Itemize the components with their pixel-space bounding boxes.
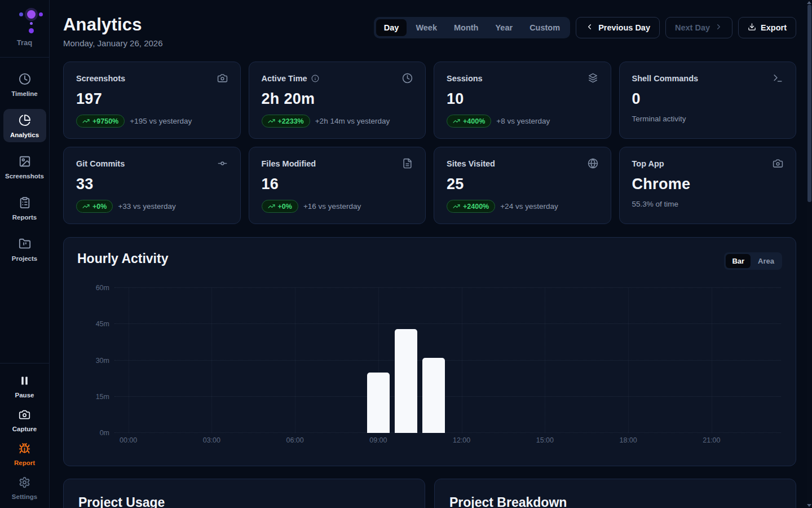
hourly-bar-chart bbox=[114, 288, 781, 433]
toggle-area[interactable]: Area bbox=[752, 254, 780, 268]
capture-button[interactable]: Capture bbox=[12, 409, 37, 432]
x-tick-label: 15:00 bbox=[536, 436, 554, 444]
hourly-activity-card: Hourly Activity Bar Area 0m15m30m45m60m … bbox=[63, 237, 796, 466]
h-gridline bbox=[114, 396, 781, 397]
next-day-label: Next Day bbox=[675, 23, 710, 32]
stat-value: 33 bbox=[76, 176, 228, 193]
git-commit-icon bbox=[217, 158, 228, 169]
export-button[interactable]: Export bbox=[738, 17, 796, 38]
chart-type-toggle: Bar Area bbox=[724, 252, 782, 270]
stat-card-screenshots: Screenshots 197 +9750% +195 vs yesterday bbox=[63, 62, 241, 139]
tool-label: Settings bbox=[12, 493, 37, 500]
nav-label: Screenshots bbox=[5, 173, 44, 179]
stat-value: Chrome bbox=[632, 176, 784, 193]
trend-badge: +0% bbox=[76, 200, 113, 213]
h-gridline bbox=[114, 287, 781, 288]
stat-title: Sites Visited bbox=[447, 159, 495, 168]
pause-icon bbox=[19, 375, 30, 389]
sidebar-item-screenshots[interactable]: Screenshots bbox=[3, 150, 46, 183]
nav-label: Reports bbox=[12, 214, 37, 221]
terminal-icon bbox=[773, 73, 783, 84]
v-gridline bbox=[545, 288, 545, 433]
stat-delta: +2h 14m vs yesterday bbox=[315, 117, 390, 125]
scrollbar-thumb[interactable] bbox=[807, 5, 811, 202]
y-tick-label: 0m bbox=[100, 429, 109, 437]
stat-card-sites-visited: Sites Visited 25 +2400% +24 vs yesterday bbox=[434, 147, 611, 224]
stat-title: Active Time bbox=[262, 74, 307, 83]
project-usage-card: Project Usage bbox=[63, 479, 425, 508]
y-tick-label: 60m bbox=[96, 284, 109, 292]
stat-card-shell-commands: Shell Commands 0 Terminal activity bbox=[619, 62, 797, 139]
scroll-down-arrow[interactable] bbox=[807, 504, 811, 507]
info-icon[interactable] bbox=[311, 75, 319, 82]
chart-bar-11[interactable] bbox=[422, 358, 445, 433]
tab-month[interactable]: Month bbox=[446, 19, 486, 36]
title-block: Analytics Monday, January 26, 2026 bbox=[63, 15, 163, 48]
sidebar-item-analytics[interactable]: Analytics bbox=[3, 109, 46, 142]
nav-label: Timeline bbox=[11, 90, 37, 97]
page-date: Monday, January 26, 2026 bbox=[63, 38, 163, 48]
sidebar-nav: Timeline Analytics Screenshots Reports P… bbox=[2, 68, 47, 266]
stat-card-files-modified: Files Modified 16 +0% +16 vs yesterday bbox=[249, 147, 426, 224]
x-tick-label: 12:00 bbox=[453, 436, 470, 444]
traq-logo bbox=[7, 6, 43, 38]
chart-bar-9[interactable] bbox=[367, 373, 390, 433]
stats-grid: Screenshots 197 +9750% +195 vs yesterday… bbox=[63, 62, 796, 224]
stat-title: Top App bbox=[632, 159, 664, 168]
h-gridline bbox=[114, 323, 781, 324]
sidebar-divider bbox=[0, 57, 50, 58]
chart-x-axis: 00:0003:0006:0009:0012:0015:0018:0021:00 bbox=[114, 436, 781, 448]
stat-title: Shell Commands bbox=[632, 74, 699, 83]
nav-label: Analytics bbox=[10, 132, 39, 138]
project-breakdown-card: Project Breakdown bbox=[434, 479, 796, 508]
tab-year[interactable]: Year bbox=[487, 19, 520, 36]
bug-icon bbox=[19, 443, 30, 457]
next-day-button[interactable]: Next Day bbox=[665, 17, 732, 38]
vertical-scrollbar[interactable] bbox=[807, 0, 812, 508]
x-tick-label: 06:00 bbox=[286, 436, 303, 444]
clipboard-icon bbox=[19, 196, 31, 211]
chart-bar-10[interactable] bbox=[395, 329, 417, 433]
pie-chart-icon bbox=[19, 114, 31, 129]
h-gridline bbox=[114, 432, 781, 433]
trend-badge: +400% bbox=[447, 115, 491, 128]
y-tick-label: 45m bbox=[96, 320, 109, 328]
settings-button[interactable]: Settings bbox=[12, 476, 37, 500]
tool-label: Report bbox=[14, 459, 35, 466]
stat-value: 197 bbox=[76, 90, 228, 108]
v-gridline bbox=[462, 288, 462, 433]
tab-custom[interactable]: Custom bbox=[522, 19, 568, 36]
sidebar-item-reports[interactable]: Reports bbox=[3, 191, 46, 225]
trend-badge: +0% bbox=[262, 200, 298, 213]
trend-badge: +2400% bbox=[447, 200, 495, 213]
pause-button[interactable]: Pause bbox=[15, 375, 34, 398]
scroll-up-arrow[interactable] bbox=[807, 1, 811, 4]
tab-week[interactable]: Week bbox=[408, 19, 445, 36]
report-bug-button[interactable]: Report bbox=[14, 443, 35, 466]
y-tick-label: 30m bbox=[96, 357, 109, 365]
v-gridline bbox=[129, 288, 129, 433]
main-content: Analytics Monday, January 26, 2026 Day W… bbox=[50, 0, 812, 508]
previous-day-button[interactable]: Previous Day bbox=[576, 17, 660, 38]
chart-y-axis: 0m15m30m45m60m bbox=[77, 288, 109, 433]
stat-value: 2h 20m bbox=[262, 90, 413, 108]
stat-delta: +8 vs yesterday bbox=[496, 117, 550, 125]
sidebar-item-timeline[interactable]: Timeline bbox=[3, 68, 46, 101]
project-usage-title: Project Usage bbox=[78, 495, 410, 508]
x-tick-label: 03:00 bbox=[203, 436, 220, 444]
download-icon bbox=[748, 23, 756, 33]
chevron-right-icon bbox=[714, 23, 723, 33]
stat-value: 10 bbox=[447, 90, 598, 108]
tab-day[interactable]: Day bbox=[376, 19, 407, 36]
sidebar: Traq Timeline Analytics Screenshots Repo… bbox=[0, 0, 50, 508]
stat-subtitle: Terminal activity bbox=[632, 115, 784, 123]
date-range-tabs: Day Week Month Year Custom bbox=[374, 17, 570, 38]
sidebar-item-projects[interactable]: Projects bbox=[3, 233, 46, 266]
stat-card-sessions: Sessions 10 +400% +8 vs yesterday bbox=[434, 62, 611, 139]
trend-badge: +2233% bbox=[262, 115, 310, 128]
toggle-bar[interactable]: Bar bbox=[726, 254, 751, 268]
chevron-left-icon bbox=[585, 23, 594, 33]
stat-card-active-time: Active Time 2h 20m +2233% +2h 14m vs yes… bbox=[249, 62, 426, 139]
file-icon bbox=[402, 158, 413, 169]
stat-delta: +24 vs yesterday bbox=[500, 202, 558, 211]
